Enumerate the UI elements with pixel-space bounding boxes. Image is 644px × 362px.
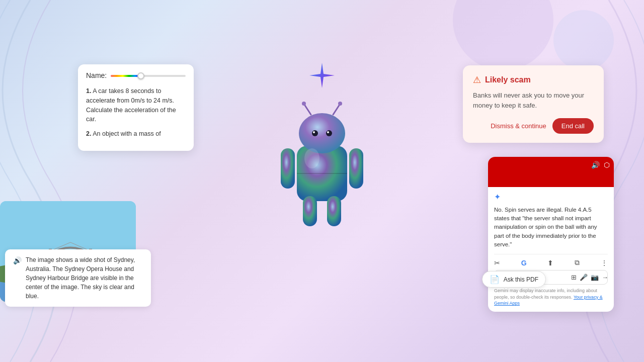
quiz-name-row: Name:	[86, 71, 186, 79]
gemini-header: 🔊 ⬡	[488, 157, 614, 187]
end-call-button[interactable]: End call	[552, 118, 594, 134]
quiz-item-1-text: A car takes 8 seconds to accelerate from…	[86, 87, 176, 123]
gemini-input-icons: ⊞ 🎤 📷 →	[571, 274, 608, 281]
scissors-icon[interactable]: ✂	[494, 259, 500, 267]
gemini-disclaimer: Gemini may display inaccurate info, incl…	[494, 288, 608, 307]
quiz-item-1-num: 1.	[86, 87, 91, 95]
screenshot-icon[interactable]: ⊞	[571, 274, 577, 281]
sydney-caption-box: 🔊 The image shows a wide shot of Sydney,…	[5, 249, 151, 307]
svg-line-20	[333, 105, 340, 115]
more-options-icon[interactable]: ⋮	[601, 259, 608, 267]
scam-actions: Dismiss & continue End call	[473, 118, 594, 134]
warning-icon: ⚠	[473, 74, 481, 85]
quiz-item-1: 1. A car takes 8 seconds to accelerate f…	[86, 86, 186, 124]
mic-icon[interactable]: 🎤	[580, 274, 588, 281]
scam-card: ⚠ Likely scam Banks will never ask you t…	[463, 65, 604, 143]
google-g-icon[interactable]: G	[521, 259, 527, 267]
gemini-logo-icon: ✦	[494, 192, 501, 202]
dismiss-continue-button[interactable]: Dismiss & continue	[491, 122, 546, 130]
send-icon[interactable]: →	[602, 274, 608, 281]
quiz-card: Name: 1. A car takes 8 seconds to accele…	[78, 64, 194, 151]
svg-point-19	[302, 102, 306, 106]
svg-line-18	[304, 105, 311, 115]
svg-point-24	[313, 131, 315, 133]
ask-pdf-label: Ask this PDF	[504, 276, 538, 283]
gemini-top-row: ✦	[494, 192, 608, 202]
quiz-item-2-text: An object with a mass of	[93, 130, 160, 137]
svg-point-23	[326, 130, 332, 136]
scam-title-row: ⚠ Likely scam	[473, 74, 594, 85]
gemini-body: ✦ No. Spin serves are illegal. Rule 4.A.…	[488, 187, 614, 312]
external-link-icon[interactable]: ⬡	[604, 161, 610, 169]
android-container	[272, 60, 372, 236]
gemini-header-icons: 🔊 ⬡	[591, 161, 610, 169]
svg-rect-16	[327, 196, 341, 226]
svg-rect-12	[281, 148, 295, 189]
gemini-toolbar: ✂ G ⬆ ⧉ ⋮	[494, 254, 608, 267]
quiz-slider-fill	[111, 75, 141, 77]
svg-point-17	[299, 113, 345, 153]
svg-point-21	[338, 102, 342, 106]
sydney-card: 🔊 The image shows a wide shot of Sydney,…	[0, 201, 247, 302]
quiz-slider-thumb	[137, 72, 144, 79]
gemini-panel: 🔊 ⬡ ✦ No. Spin serves are illegal. Rule …	[488, 157, 614, 312]
quiz-item-2-num: 2.	[86, 130, 91, 137]
gemini-star-icon	[307, 60, 337, 90]
scam-body: Banks will never ask you to move your mo…	[473, 90, 594, 110]
gemini-response-text: No. Spin serves are illegal. Rule 4.A.5 …	[494, 206, 608, 249]
svg-point-22	[312, 130, 318, 136]
android-mascot	[272, 96, 372, 236]
svg-point-25	[327, 131, 329, 133]
svg-point-26	[304, 148, 319, 168]
quiz-item-2: 2. An object with a mass of	[86, 129, 186, 139]
pdf-icon: 📄	[490, 275, 500, 284]
svg-rect-13	[349, 148, 363, 189]
speaker-icon: 🔊	[13, 256, 22, 264]
copy-icon[interactable]: ⧉	[575, 258, 580, 267]
share-icon[interactable]: ⬆	[547, 259, 553, 267]
camera-icon[interactable]: 📷	[591, 274, 599, 281]
ask-pdf-button[interactable]: 📄 Ask this PDF	[482, 271, 546, 288]
svg-rect-15	[303, 196, 317, 226]
quiz-slider[interactable]	[111, 75, 186, 77]
volume-icon[interactable]: 🔊	[591, 161, 600, 169]
scam-title: Likely scam	[485, 75, 531, 84]
sydney-caption-text: The image shows a wide shot of Sydney, A…	[26, 255, 143, 301]
quiz-name-label: Name:	[86, 71, 107, 79]
